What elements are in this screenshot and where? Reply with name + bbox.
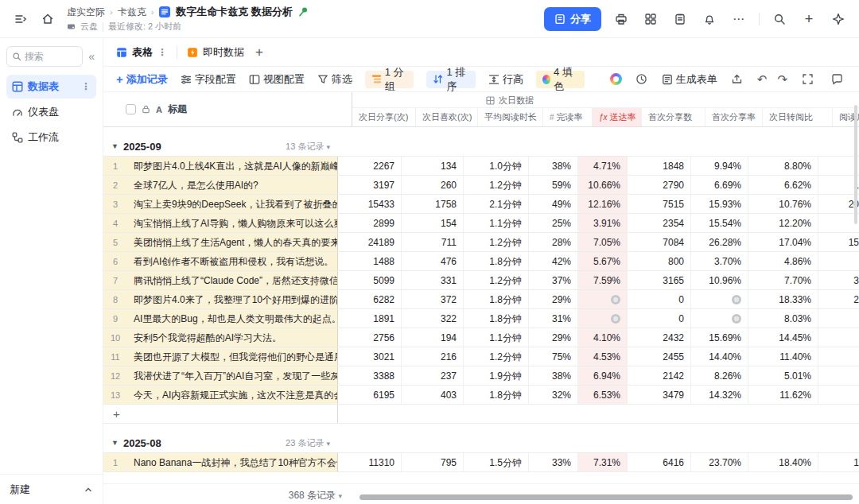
data-cell[interactable]: 2455 [628,347,691,366]
data-cell[interactable]: 5.67% [578,252,628,270]
title-cell[interactable]: 全球7亿人，是怎么使用AI的? [127,176,338,194]
data-cell[interactable]: 2267 [338,157,402,175]
data-cell[interactable]: 29% [529,328,578,347]
data-cell[interactable]: 1891 [338,309,402,328]
row-number[interactable]: 1 [103,453,127,471]
record-count[interactable]: 368 条记录 ▾ [103,489,342,502]
group-collapse-icon[interactable]: ▼ [111,439,119,447]
data-cell[interactable]: 1.9分钟 [464,366,529,385]
data-cell[interactable] [818,328,859,347]
data-cell[interactable]: 15.54% [691,214,748,232]
undo-icon[interactable]: ↶ [757,72,768,87]
data-cell[interactable]: 26.28% [691,233,748,251]
home-icon[interactable] [38,10,57,29]
data-cell[interactable]: 8.26% [691,366,748,385]
data-cell[interactable]: 18.40% [748,453,818,471]
data-cell[interactable]: 37% [529,271,578,289]
group-record-count[interactable]: 13 条记录 ▾ [286,141,330,153]
data-cell[interactable]: 8.03% [748,309,818,328]
data-cell[interactable]: 20 [818,195,859,213]
data-cell[interactable]: 1.1分钟 [464,328,529,347]
column-header[interactable]: ƒx送达率 [593,108,642,126]
column-header[interactable]: #完读率 [543,108,593,126]
data-cell[interactable]: 1.0分钟 [464,157,529,175]
data-cell[interactable]: 9.94% [691,157,748,175]
data-cell[interactable]: 14.32% [691,386,748,404]
title-cell[interactable]: 美团也开源了大模型，但我觉得他们的野心是通用... [127,347,338,366]
data-cell[interactable]: 800 [628,252,691,270]
data-cell[interactable] [691,290,748,308]
row-number[interactable]: 6 [103,252,127,270]
search-input[interactable] [25,51,77,62]
data-cell[interactable]: 25% [529,214,578,232]
item-more-icon[interactable]: ⋮ [81,81,91,92]
data-cell[interactable]: 1.8分钟 [464,309,529,328]
data-cell[interactable]: 154 [402,214,464,232]
tab-realtime-data[interactable]: 即时数据 [187,45,244,60]
data-cell[interactable]: 711 [402,233,464,251]
data-cell[interactable]: 4.71% [578,157,628,175]
add-record-button[interactable]: + 添加记录 [116,72,168,87]
data-cell[interactable]: 476 [402,252,464,270]
group-collapse-icon[interactable]: ▼ [111,142,119,150]
row-number[interactable]: 7 [103,271,127,289]
data-cell[interactable]: 1.1分钟 [464,214,529,232]
data-cell[interactable]: 2432 [628,328,691,347]
data-cell[interactable]: 1 [818,453,859,471]
data-cell[interactable]: 7515 [628,195,691,213]
data-cell[interactable]: 7.31% [578,453,628,471]
data-cell[interactable]: 6282 [338,290,402,308]
data-cell[interactable]: 2756 [338,328,402,347]
data-cell[interactable]: 331 [402,271,464,289]
vertical-scrollbar[interactable] [854,105,857,224]
data-cell[interactable]: 6.53% [578,386,628,404]
sort-chip[interactable]: 1 排序 [426,71,476,88]
ai-sparkle-icon[interactable] [829,10,848,29]
data-cell[interactable]: 4.53% [578,347,628,366]
data-cell[interactable] [818,366,859,385]
view-config-button[interactable]: 视图配置 [249,72,305,87]
title-cell[interactable]: AI里最大的Bug，却也是人类文明最伟大的起点。 [127,309,338,328]
ai-magic-icon[interactable] [610,73,622,85]
title-cell[interactable]: 我潜伏进了“年入百万”的AI自习室，发现了一些灰... [127,366,338,385]
data-cell[interactable]: 7084 [628,233,691,251]
data-cell[interactable]: 194 [402,328,464,347]
column-header[interactable]: 次日喜欢(次) [416,108,478,126]
data-cell[interactable] [818,386,859,404]
data-cell[interactable]: 372 [402,290,464,308]
data-cell[interactable]: 2790 [628,176,691,194]
data-cell[interactable]: 14.45% [748,328,818,347]
data-cell[interactable]: 8.80% [748,157,818,175]
add-record-row[interactable]: + [103,405,859,424]
data-cell[interactable]: 1848 [628,157,691,175]
data-cell[interactable]: 42% [529,252,578,270]
add-view-icon[interactable]: + [255,45,263,60]
column-header[interactable]: 首次分享数 [642,108,705,126]
row-number[interactable]: 5 [103,233,127,251]
data-cell[interactable]: 1.8分钟 [464,252,529,270]
data-cell[interactable]: 38% [529,157,578,175]
data-cell[interactable]: 12.20% [748,214,818,232]
column-header[interactable]: 首次分享率 [705,108,763,126]
data-cell[interactable]: 59% [529,176,578,194]
data-cell[interactable] [818,309,859,328]
row-number[interactable]: 11 [103,347,127,366]
title-cell[interactable]: 淘宝上卖9块9的DeepSeek，让我看到了被折叠的... [127,195,338,213]
redo-icon[interactable]: ↷ [777,72,787,87]
data-cell[interactable]: 10.96% [691,271,748,289]
data-cell[interactable]: 2.1分钟 [464,195,529,213]
data-cell[interactable]: 32% [529,386,578,404]
data-cell[interactable]: 2354 [628,214,691,232]
collapse-sidebar-icon[interactable]: « [87,50,96,63]
data-cell[interactable]: 33% [529,453,578,471]
row-number[interactable]: 13 [103,386,127,404]
row-number[interactable]: 10 [103,328,127,347]
data-cell[interactable]: 1488 [338,252,402,270]
data-cell[interactable]: 7.70% [748,271,818,289]
data-cell[interactable]: 15433 [338,195,402,213]
sidebar-toggle-icon[interactable] [11,10,30,29]
data-cell[interactable] [578,309,628,328]
data-cell[interactable]: 12.16% [578,195,628,213]
data-cell[interactable]: 11310 [338,453,402,471]
more-icon[interactable]: ⋯ [729,10,748,29]
